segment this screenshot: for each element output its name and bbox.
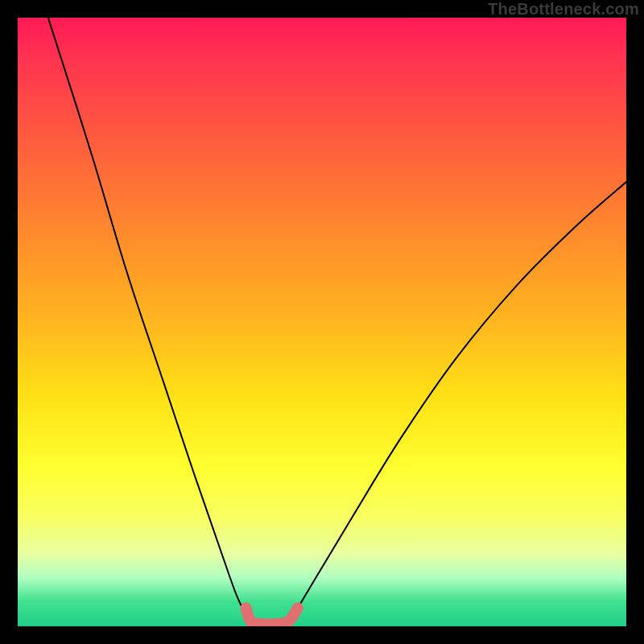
chart-frame: TheBottleneck.com: [0, 0, 644, 644]
bottom-highlight-curve: [246, 608, 298, 624]
right-branch-curve: [288, 182, 626, 620]
plot-area: [18, 18, 626, 626]
watermark-text: TheBottleneck.com: [488, 0, 639, 19]
curves-svg: [18, 18, 626, 626]
left-branch-curve: [48, 18, 251, 623]
